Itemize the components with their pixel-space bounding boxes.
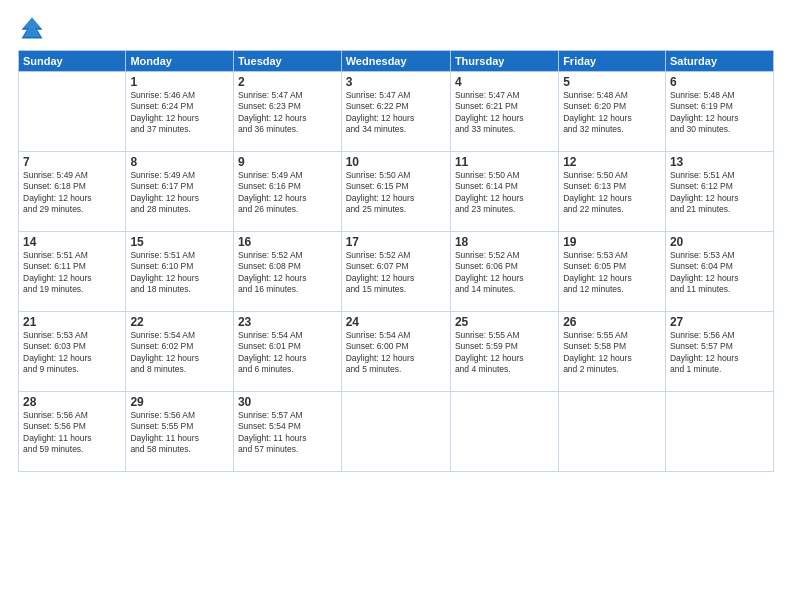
calendar-cell [19,72,126,152]
day-info: Sunrise: 5:50 AM Sunset: 6:14 PM Dayligh… [455,170,524,214]
calendar-cell: 22Sunrise: 5:54 AM Sunset: 6:02 PM Dayli… [126,312,234,392]
day-number: 20 [670,235,769,249]
day-number: 11 [455,155,554,169]
calendar-cell [559,392,666,472]
day-number: 8 [130,155,229,169]
calendar-cell: 10Sunrise: 5:50 AM Sunset: 6:15 PM Dayli… [341,152,450,232]
weekday-header-row: SundayMondayTuesdayWednesdayThursdayFrid… [19,51,774,72]
day-info: Sunrise: 5:55 AM Sunset: 5:58 PM Dayligh… [563,330,632,374]
calendar-cell: 4Sunrise: 5:47 AM Sunset: 6:21 PM Daylig… [450,72,558,152]
day-number: 1 [130,75,229,89]
weekday-header-sunday: Sunday [19,51,126,72]
weekday-header-tuesday: Tuesday [233,51,341,72]
day-number: 28 [23,395,121,409]
calendar-cell: 14Sunrise: 5:51 AM Sunset: 6:11 PM Dayli… [19,232,126,312]
calendar-cell: 29Sunrise: 5:56 AM Sunset: 5:55 PM Dayli… [126,392,234,472]
day-info: Sunrise: 5:52 AM Sunset: 6:06 PM Dayligh… [455,250,524,294]
day-info: Sunrise: 5:53 AM Sunset: 6:03 PM Dayligh… [23,330,92,374]
day-number: 14 [23,235,121,249]
day-info: Sunrise: 5:52 AM Sunset: 6:08 PM Dayligh… [238,250,307,294]
day-number: 26 [563,315,661,329]
day-number: 30 [238,395,337,409]
day-info: Sunrise: 5:51 AM Sunset: 6:11 PM Dayligh… [23,250,92,294]
day-number: 5 [563,75,661,89]
day-info: Sunrise: 5:55 AM Sunset: 5:59 PM Dayligh… [455,330,524,374]
calendar-cell: 17Sunrise: 5:52 AM Sunset: 6:07 PM Dayli… [341,232,450,312]
day-info: Sunrise: 5:52 AM Sunset: 6:07 PM Dayligh… [346,250,415,294]
header [18,14,774,42]
day-number: 6 [670,75,769,89]
calendar-cell: 6Sunrise: 5:48 AM Sunset: 6:19 PM Daylig… [665,72,773,152]
day-info: Sunrise: 5:56 AM Sunset: 5:57 PM Dayligh… [670,330,739,374]
day-number: 25 [455,315,554,329]
day-number: 24 [346,315,446,329]
day-number: 13 [670,155,769,169]
svg-marker-1 [23,18,41,37]
calendar-cell: 25Sunrise: 5:55 AM Sunset: 5:59 PM Dayli… [450,312,558,392]
calendar-cell: 26Sunrise: 5:55 AM Sunset: 5:58 PM Dayli… [559,312,666,392]
calendar-table: SundayMondayTuesdayWednesdayThursdayFrid… [18,50,774,472]
day-info: Sunrise: 5:47 AM Sunset: 6:23 PM Dayligh… [238,90,307,134]
day-number: 22 [130,315,229,329]
calendar-cell: 20Sunrise: 5:53 AM Sunset: 6:04 PM Dayli… [665,232,773,312]
calendar-week-row: 1Sunrise: 5:46 AM Sunset: 6:24 PM Daylig… [19,72,774,152]
calendar-cell [450,392,558,472]
weekday-header-thursday: Thursday [450,51,558,72]
day-info: Sunrise: 5:48 AM Sunset: 6:20 PM Dayligh… [563,90,632,134]
weekday-header-wednesday: Wednesday [341,51,450,72]
day-number: 17 [346,235,446,249]
calendar-cell: 18Sunrise: 5:52 AM Sunset: 6:06 PM Dayli… [450,232,558,312]
calendar-cell: 13Sunrise: 5:51 AM Sunset: 6:12 PM Dayli… [665,152,773,232]
calendar-cell: 28Sunrise: 5:56 AM Sunset: 5:56 PM Dayli… [19,392,126,472]
day-info: Sunrise: 5:50 AM Sunset: 6:15 PM Dayligh… [346,170,415,214]
day-info: Sunrise: 5:49 AM Sunset: 6:16 PM Dayligh… [238,170,307,214]
calendar-week-row: 14Sunrise: 5:51 AM Sunset: 6:11 PM Dayli… [19,232,774,312]
day-number: 9 [238,155,337,169]
day-number: 4 [455,75,554,89]
calendar-cell: 27Sunrise: 5:56 AM Sunset: 5:57 PM Dayli… [665,312,773,392]
calendar-cell: 30Sunrise: 5:57 AM Sunset: 5:54 PM Dayli… [233,392,341,472]
calendar-cell: 8Sunrise: 5:49 AM Sunset: 6:17 PM Daylig… [126,152,234,232]
calendar-week-row: 28Sunrise: 5:56 AM Sunset: 5:56 PM Dayli… [19,392,774,472]
day-number: 29 [130,395,229,409]
day-info: Sunrise: 5:54 AM Sunset: 6:02 PM Dayligh… [130,330,199,374]
day-info: Sunrise: 5:49 AM Sunset: 6:17 PM Dayligh… [130,170,199,214]
calendar-cell [341,392,450,472]
day-number: 15 [130,235,229,249]
calendar-week-row: 21Sunrise: 5:53 AM Sunset: 6:03 PM Dayli… [19,312,774,392]
day-number: 18 [455,235,554,249]
calendar-cell: 5Sunrise: 5:48 AM Sunset: 6:20 PM Daylig… [559,72,666,152]
calendar-cell: 2Sunrise: 5:47 AM Sunset: 6:23 PM Daylig… [233,72,341,152]
day-info: Sunrise: 5:46 AM Sunset: 6:24 PM Dayligh… [130,90,199,134]
day-info: Sunrise: 5:50 AM Sunset: 6:13 PM Dayligh… [563,170,632,214]
day-number: 19 [563,235,661,249]
logo [18,14,50,42]
calendar-cell: 15Sunrise: 5:51 AM Sunset: 6:10 PM Dayli… [126,232,234,312]
calendar-cell: 12Sunrise: 5:50 AM Sunset: 6:13 PM Dayli… [559,152,666,232]
day-info: Sunrise: 5:47 AM Sunset: 6:21 PM Dayligh… [455,90,524,134]
calendar-cell: 23Sunrise: 5:54 AM Sunset: 6:01 PM Dayli… [233,312,341,392]
day-number: 2 [238,75,337,89]
calendar-cell: 1Sunrise: 5:46 AM Sunset: 6:24 PM Daylig… [126,72,234,152]
calendar-cell: 9Sunrise: 5:49 AM Sunset: 6:16 PM Daylig… [233,152,341,232]
day-info: Sunrise: 5:47 AM Sunset: 6:22 PM Dayligh… [346,90,415,134]
day-info: Sunrise: 5:56 AM Sunset: 5:55 PM Dayligh… [130,410,199,454]
calendar-cell: 19Sunrise: 5:53 AM Sunset: 6:05 PM Dayli… [559,232,666,312]
calendar-cell: 24Sunrise: 5:54 AM Sunset: 6:00 PM Dayli… [341,312,450,392]
day-info: Sunrise: 5:53 AM Sunset: 6:04 PM Dayligh… [670,250,739,294]
day-info: Sunrise: 5:54 AM Sunset: 6:01 PM Dayligh… [238,330,307,374]
calendar-cell: 16Sunrise: 5:52 AM Sunset: 6:08 PM Dayli… [233,232,341,312]
day-info: Sunrise: 5:57 AM Sunset: 5:54 PM Dayligh… [238,410,307,454]
day-info: Sunrise: 5:54 AM Sunset: 6:00 PM Dayligh… [346,330,415,374]
day-info: Sunrise: 5:49 AM Sunset: 6:18 PM Dayligh… [23,170,92,214]
calendar-cell: 11Sunrise: 5:50 AM Sunset: 6:14 PM Dayli… [450,152,558,232]
day-number: 21 [23,315,121,329]
day-info: Sunrise: 5:51 AM Sunset: 6:10 PM Dayligh… [130,250,199,294]
page: SundayMondayTuesdayWednesdayThursdayFrid… [0,0,792,612]
day-info: Sunrise: 5:51 AM Sunset: 6:12 PM Dayligh… [670,170,739,214]
day-number: 12 [563,155,661,169]
calendar-cell: 7Sunrise: 5:49 AM Sunset: 6:18 PM Daylig… [19,152,126,232]
day-number: 7 [23,155,121,169]
weekday-header-saturday: Saturday [665,51,773,72]
day-number: 3 [346,75,446,89]
